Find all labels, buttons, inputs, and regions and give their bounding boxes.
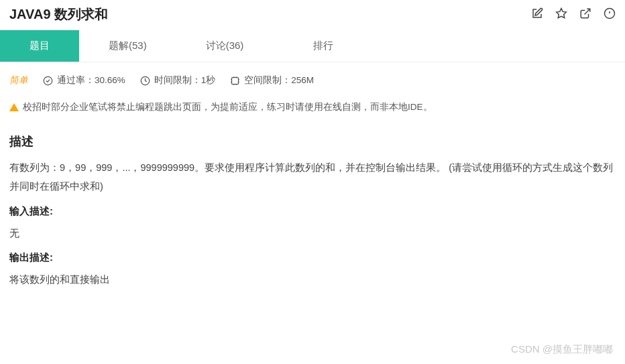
difficulty-badge: 简单 xyxy=(9,74,28,86)
external-link-icon[interactable] xyxy=(579,7,591,22)
header-actions xyxy=(531,7,616,22)
page-title: JAVA9 数列求和 xyxy=(9,5,108,23)
watermark: CSDN @摸鱼王胖嘟嘟 xyxy=(511,343,613,356)
edit-icon[interactable] xyxy=(531,7,543,22)
input-heading: 输入描述: xyxy=(9,205,616,218)
star-icon[interactable] xyxy=(555,7,567,22)
check-circle-icon xyxy=(43,76,53,86)
tab-solution[interactable]: 题解(53) xyxy=(79,30,176,62)
svg-point-5 xyxy=(44,76,52,85)
output-heading: 输出描述: xyxy=(9,251,616,264)
tabs-bar: 题目 题解(53) 讨论(36) 排行 xyxy=(0,30,625,62)
svg-line-1 xyxy=(585,9,590,14)
time-limit: 时间限制：1秒 xyxy=(140,74,216,86)
clock-icon xyxy=(140,76,150,86)
description-heading: 描述 xyxy=(9,133,616,149)
pass-rate: 通过率：30.66% xyxy=(43,74,125,86)
warning-icon xyxy=(9,103,19,111)
space-limit: 空间限制：256M xyxy=(230,74,314,86)
warning-text: 校招时部分企业笔试将禁止编程题跳出页面，为提前适应，练习时请使用在线自测，而非本… xyxy=(23,101,433,113)
warning-banner: 校招时部分企业笔试将禁止编程题跳出页面，为提前适应，练习时请使用在线自测，而非本… xyxy=(0,99,625,120)
space-limit-label: 空间限制：256M xyxy=(244,74,314,86)
input-body: 无 xyxy=(9,225,616,242)
tab-discuss[interactable]: 讨论(36) xyxy=(176,30,274,62)
tab-rank[interactable]: 排行 xyxy=(273,30,374,62)
time-limit-label: 时间限制：1秒 xyxy=(154,74,216,86)
tab-problem[interactable]: 题目 xyxy=(0,30,79,62)
memory-icon xyxy=(230,76,240,86)
svg-marker-0 xyxy=(557,8,567,17)
problem-meta: 简单 通过率：30.66% 时间限制：1秒 空间限制：256M xyxy=(0,62,625,99)
description-body: 有数列为：9，99，999，...，9999999999。要求使用程序计算此数列… xyxy=(9,159,616,196)
info-icon[interactable] xyxy=(604,7,616,22)
output-body: 将该数列的和直接输出 xyxy=(9,271,616,288)
problem-content: 描述 有数列为：9，99，999，...，9999999999。要求使用程序计算… xyxy=(0,120,625,296)
svg-rect-7 xyxy=(232,77,239,84)
pass-rate-label: 通过率：30.66% xyxy=(57,74,125,86)
